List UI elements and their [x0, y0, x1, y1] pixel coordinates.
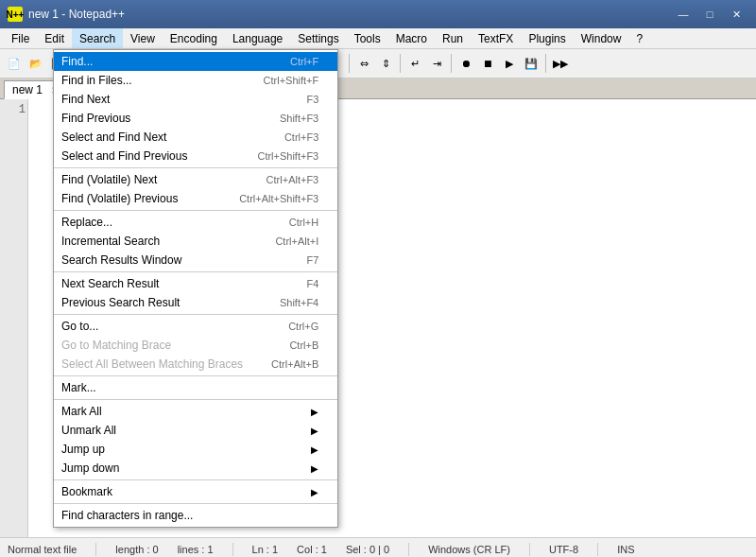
menu-shortcut-next-result: F4 — [306, 278, 318, 289]
menu-shortcut-select-find-next: Ctrl+F3 — [284, 131, 318, 143]
menu-run[interactable]: Run — [435, 28, 471, 48]
menu-arrow-mark-all: ▶ — [311, 407, 318, 417]
status-sel: Sel : 0 | 0 — [346, 544, 389, 555]
menu-tools[interactable]: Tools — [347, 28, 388, 48]
status-sep-3 — [408, 543, 409, 556]
macro-play-button[interactable]: ▶ — [499, 53, 520, 74]
menu-item-search-results[interactable]: Search Results WindowF7 — [54, 251, 337, 270]
menu-help[interactable]: ? — [628, 28, 650, 48]
menu-item-label-select-find-prev: Select and Find Previous — [61, 149, 229, 163]
menu-settings[interactable]: Settings — [290, 28, 346, 48]
menu-item-jump-down[interactable]: Jump down▶ — [54, 459, 337, 478]
menu-item-label-find-volatile-next: Find (Volatile) Next — [61, 173, 238, 186]
menu-item-label-find-previous: Find Previous — [61, 112, 251, 125]
menu-shortcut-search-results: F7 — [306, 254, 318, 266]
menu-arrow-jump-up: ▶ — [311, 444, 318, 455]
toolbar-separator-7 — [400, 54, 401, 73]
menu-separator — [54, 479, 337, 480]
menu-item-incremental[interactable]: Incremental SearchCtrl+Alt+I — [54, 232, 337, 251]
menu-item-find-volatile-prev[interactable]: Find (Volatile) PreviousCtrl+Alt+Shift+F… — [54, 189, 337, 208]
menu-item-next-result[interactable]: Next Search ResultF4 — [54, 274, 337, 293]
menu-arrow-jump-down: ▶ — [311, 463, 318, 474]
menu-shortcut-replace: Ctrl+H — [289, 217, 318, 228]
status-sep-5 — [597, 543, 598, 556]
menu-item-goto-brace: Go to Matching BraceCtrl+B — [54, 336, 337, 355]
menu-item-find[interactable]: Find...Ctrl+F — [54, 52, 337, 71]
menu-item-find-previous[interactable]: Find PreviousShift+F3 — [54, 109, 337, 128]
window-controls[interactable]: — □ ✕ — [671, 5, 748, 24]
macro-save-button[interactable]: 💾 — [521, 53, 541, 74]
menu-shortcut-incremental: Ctrl+Alt+I — [275, 235, 318, 247]
menu-item-select-find-next[interactable]: Select and Find NextCtrl+F3 — [54, 128, 337, 147]
menu-item-bookmark[interactable]: Bookmark▶ — [54, 482, 337, 501]
app-icon: N++ — [8, 7, 23, 22]
menu-macro[interactable]: Macro — [388, 28, 435, 48]
title-bar-left: N++ new 1 - Notepad++ — [8, 7, 125, 22]
menu-item-prev-result[interactable]: Previous Search ResultShift+F4 — [54, 293, 337, 312]
status-insert-mode: INS — [617, 544, 634, 555]
menu-item-label-find-next: Find Next — [61, 93, 278, 106]
menu-item-select-find-prev[interactable]: Select and Find PreviousCtrl+Shift+F3 — [54, 147, 337, 165]
open-button[interactable]: 📂 — [26, 53, 46, 74]
macro-stop-button[interactable]: ⏹ — [477, 53, 498, 74]
menu-item-label-find-chars: Find characters in range... — [61, 509, 318, 522]
menu-item-select-between-braces: Select All Between Matching BracesCtrl+A… — [54, 355, 337, 374]
indent-button[interactable]: ⇥ — [426, 53, 447, 74]
status-sep-2 — [232, 543, 233, 556]
menu-encoding[interactable]: Encoding — [163, 28, 225, 48]
menu-item-label-replace: Replace... — [61, 216, 261, 229]
menu-item-find-next[interactable]: Find NextF3 — [54, 90, 337, 109]
menu-shortcut-goto: Ctrl+G — [288, 321, 318, 332]
menu-item-mark[interactable]: Mark... — [54, 378, 337, 397]
toolbar-separator-8 — [451, 54, 452, 73]
status-line-ending: Windows (CR LF) — [428, 544, 510, 555]
menu-item-label-prev-result: Previous Search Result — [61, 296, 251, 309]
menu-item-find-in-files[interactable]: Find in Files...Ctrl+Shift+F — [54, 71, 337, 90]
new-button[interactable]: 📄 — [4, 53, 25, 74]
menu-arrow-bookmark: ▶ — [311, 487, 318, 497]
menu-item-label-goto-brace: Go to Matching Brace — [61, 339, 261, 352]
menu-shortcut-goto-brace: Ctrl+B — [289, 339, 318, 351]
menu-shortcut-prev-result: Shift+F4 — [280, 297, 318, 308]
toolbar-separator-6 — [349, 54, 350, 73]
menu-item-replace[interactable]: Replace...Ctrl+H — [54, 213, 337, 232]
sync-v-button[interactable]: ⇕ — [375, 53, 396, 74]
minimize-button[interactable]: — — [671, 5, 696, 24]
menu-window[interactable]: Window — [574, 28, 629, 48]
menu-item-label-jump-up: Jump up — [61, 443, 301, 456]
menu-item-find-volatile-next[interactable]: Find (Volatile) NextCtrl+Alt+F3 — [54, 170, 337, 189]
menu-arrow-unmark-all: ▶ — [311, 426, 318, 436]
run-button[interactable]: ▶▶ — [550, 53, 571, 74]
menu-item-label-incremental: Incremental Search — [61, 235, 247, 248]
menu-item-mark-all[interactable]: Mark All▶ — [54, 402, 337, 421]
menu-file[interactable]: File — [4, 28, 37, 48]
menu-language[interactable]: Language — [225, 28, 290, 48]
menu-item-unmark-all[interactable]: Unmark All▶ — [54, 421, 337, 440]
menu-bar: File Edit Search View Encoding Language … — [0, 28, 756, 49]
menu-item-find-chars[interactable]: Find characters in range... — [54, 506, 337, 525]
menu-item-jump-up[interactable]: Jump up▶ — [54, 440, 337, 459]
menu-shortcut-find-previous: Shift+F3 — [280, 113, 318, 124]
menu-item-label-search-results: Search Results Window — [61, 253, 278, 267]
menu-separator — [54, 375, 337, 376]
menu-edit[interactable]: Edit — [37, 28, 72, 48]
status-ln: Ln : 1 — [252, 544, 279, 555]
maximize-button[interactable]: □ — [697, 5, 722, 24]
status-length: length : 0 — [115, 544, 158, 555]
menu-separator — [54, 210, 337, 211]
menu-search[interactable]: Search — [72, 28, 123, 48]
menu-shortcut-find: Ctrl+F — [290, 56, 318, 67]
menu-item-goto[interactable]: Go to...Ctrl+G — [54, 317, 337, 336]
sync-h-button[interactable]: ⇔ — [353, 53, 374, 74]
menu-textfx[interactable]: TextFX — [471, 28, 521, 48]
menu-item-label-find-in-files: Find in Files... — [61, 74, 235, 87]
close-button[interactable]: ✕ — [724, 5, 748, 24]
status-file-type: Normal text file — [8, 544, 77, 555]
wrap-button[interactable]: ↵ — [404, 53, 425, 74]
menu-item-label-select-find-next: Select and Find Next — [61, 131, 256, 144]
tab-label: new 1 — [12, 83, 43, 96]
menu-item-label-find-volatile-prev: Find (Volatile) Previous — [61, 192, 211, 205]
menu-view[interactable]: View — [123, 28, 163, 48]
macro-rec-button[interactable]: ⏺ — [455, 53, 476, 74]
menu-plugins[interactable]: Plugins — [521, 28, 573, 48]
